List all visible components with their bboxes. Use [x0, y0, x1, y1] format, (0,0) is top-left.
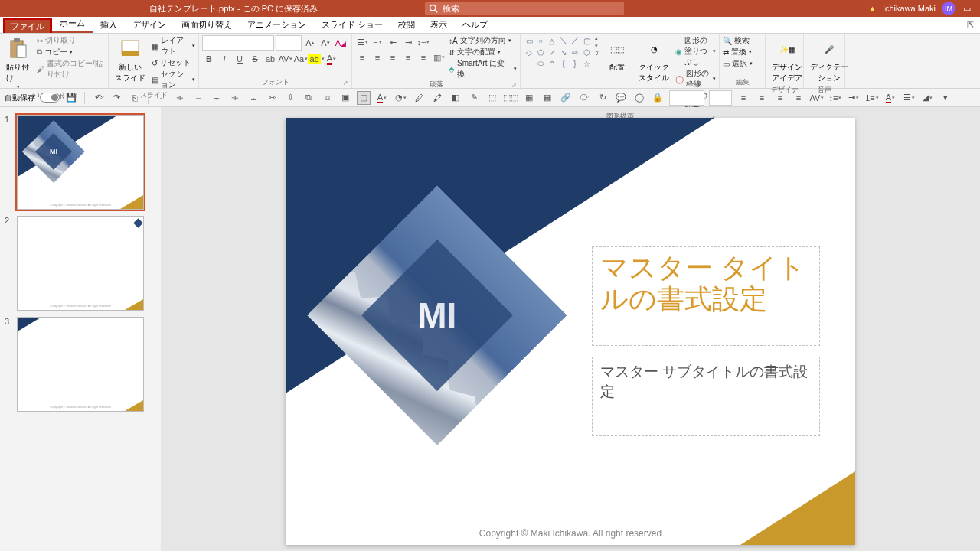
tab-animations[interactable]: アニメーション	[240, 17, 314, 33]
autosave-toggle[interactable]	[40, 93, 60, 103]
indent-qat[interactable]: ⇥	[847, 91, 861, 105]
design-ideas-button[interactable]: ✨▦デザイン アイデア	[769, 35, 805, 85]
align-center-button[interactable]: ≡	[371, 51, 384, 64]
bold-button[interactable]: B	[202, 52, 216, 66]
qat-b1[interactable]: ⬚	[485, 91, 499, 105]
send-back-qat[interactable]: ▢	[357, 91, 371, 105]
tab-design[interactable]: デザイン	[125, 17, 174, 33]
subtitle-placeholder[interactable]: マスター サブタイトルの書式設定	[592, 357, 820, 436]
table-qat[interactable]: ▦	[522, 91, 536, 105]
tab-home[interactable]: ホーム	[52, 15, 93, 33]
al2-qat[interactable]: ≡	[755, 91, 769, 105]
num-qat[interactable]: 1≡	[865, 91, 879, 105]
new-slide-button[interactable]: 新しい スライド	[112, 35, 149, 85]
color-qat[interactable]: A	[884, 91, 897, 105]
slide-editor[interactable]: MI マスター タイトルの書式設定 マスター サブタイトルの書式設定 Copyr…	[286, 118, 855, 545]
slide-canvas[interactable]: MI マスター タイトルの書式設定 マスター サブタイトルの書式設定 Copyr…	[161, 107, 980, 551]
link2-qat[interactable]: ⧂	[577, 91, 591, 105]
numbering-button[interactable]: ≡	[371, 35, 384, 49]
smartart-button[interactable]: ⬘SmartArt に変換▾	[449, 58, 517, 80]
align-middle-qat[interactable]: ⟛	[228, 91, 242, 105]
shape-outline-button[interactable]: ◯図形の枠線▾	[675, 68, 716, 90]
slide-thumbnail-2[interactable]: Copyright © Maki Ichikawa. All right res…	[17, 216, 144, 311]
combo-qat-1[interactable]	[669, 90, 704, 106]
qat-b2[interactable]: ⬚⬚	[504, 91, 518, 105]
overflow-qat[interactable]: ▾	[939, 91, 952, 105]
change-case-button[interactable]: Aa	[294, 52, 308, 66]
char-spacing-button[interactable]: AV	[279, 52, 292, 66]
launcher-icon[interactable]: ⤢	[100, 94, 105, 101]
style-qat[interactable]: ◢	[920, 91, 934, 105]
tab-file[interactable]: ファイル	[3, 18, 52, 33]
decrease-font-button[interactable]: A▾	[318, 36, 332, 50]
font-family-combo[interactable]	[202, 35, 274, 51]
quick-styles-button[interactable]: ◔クイック スタイル	[635, 35, 672, 85]
strike-button[interactable]: S	[248, 52, 262, 66]
align-top-qat[interactable]: ⫟	[210, 91, 224, 105]
justify-button[interactable]: ≡	[401, 51, 415, 64]
user-avatar[interactable]: IM	[942, 2, 956, 15]
group-qat[interactable]: ⧉	[302, 91, 315, 105]
title-placeholder[interactable]: マスター タイトルの書式設定	[592, 246, 820, 346]
shapes-gallery[interactable]: ▭○△＼／▢ ◇⬠↗↘⇨⬡ ⌒⬭⌃{}☆	[524, 35, 592, 69]
table2-qat[interactable]: ▦	[541, 91, 554, 105]
tab-review[interactable]: 校閲	[390, 17, 423, 33]
distribute-v-qat[interactable]: ⇳	[283, 91, 297, 105]
user-name[interactable]: Ichikawa Maki	[883, 4, 936, 13]
font-color-button[interactable]: A	[325, 52, 338, 66]
underline-button[interactable]: U	[233, 52, 247, 66]
increase-indent-button[interactable]: ⇥	[401, 35, 415, 49]
al1-qat[interactable]: ≡	[737, 91, 750, 105]
distribute-button[interactable]: ≡	[416, 51, 430, 64]
ungroup-qat[interactable]: ⧈	[320, 91, 334, 105]
ribbon-display-icon[interactable]: ▭	[962, 3, 972, 14]
align-right-button[interactable]: ≡	[386, 51, 400, 64]
align-bottom-qat[interactable]: ⫠	[247, 91, 260, 105]
circle-qat[interactable]: ◯	[632, 91, 646, 105]
launcher-icon[interactable]: ⤢	[511, 82, 517, 89]
eraser-qat[interactable]: ◧	[449, 91, 462, 105]
layout-button[interactable]: ▦レイアウト▾	[152, 35, 195, 57]
replace-button[interactable]: ⇄置換▾	[723, 47, 753, 57]
tab-slideshow[interactable]: スライド ショー	[314, 17, 390, 33]
highlighter-qat[interactable]: 🖍	[430, 91, 444, 105]
launcher-icon[interactable]: ⤢	[343, 80, 348, 86]
share-icon[interactable]: ⇱	[967, 20, 974, 30]
slide-thumbnail-3[interactable]: Copyright © Maki Ichikawa. All right res…	[17, 317, 144, 412]
lock-qat[interactable]: 🔒	[651, 91, 665, 105]
ink-qat[interactable]: ✎	[467, 91, 481, 105]
shape-fill-button[interactable]: ◉図形の塗りつぶし▾	[675, 35, 716, 67]
distribute-h-qat[interactable]: ⇿	[265, 91, 279, 105]
tab-view[interactable]: 表示	[423, 17, 455, 33]
tab-help[interactable]: ヘルプ	[455, 17, 495, 33]
more-qat[interactable]: ☰	[902, 91, 916, 105]
text-direction-button[interactable]: ↕A文字列の方向▾	[449, 35, 517, 46]
copy-button[interactable]: ⧉コピー▾	[37, 47, 105, 57]
comment-qat[interactable]: 💬	[614, 91, 628, 105]
slide-thumbnail-1[interactable]: MI Copyright © Maki Ichikawa. All right …	[17, 115, 144, 210]
tab-transitions[interactable]: 画面切り替え	[174, 17, 240, 33]
align-text-button[interactable]: ⇵文字の配置▾	[449, 47, 517, 57]
shadow-button[interactable]: ab	[263, 52, 277, 66]
italic-button[interactable]: I	[217, 52, 231, 66]
font-color-qat[interactable]: A	[375, 91, 389, 105]
tab-insert[interactable]: 挿入	[93, 17, 125, 33]
section-button[interactable]: ▤セクション▾	[152, 69, 195, 90]
increase-font-button[interactable]: A▴	[303, 36, 317, 50]
find-button[interactable]: 🔍検索	[723, 35, 753, 46]
bullets-button[interactable]: ☰	[355, 35, 369, 49]
refresh-qat[interactable]: ↻	[596, 91, 609, 105]
dictate-button[interactable]: 🎤ディクテー ション	[807, 35, 851, 85]
font-size-combo[interactable]	[276, 35, 302, 51]
fill-qat[interactable]: ◔	[394, 91, 407, 105]
decrease-indent-button[interactable]: ⇤	[386, 35, 400, 49]
line-spacing-button[interactable]: ↕≡	[416, 35, 430, 49]
columns-button[interactable]: ▥	[432, 51, 446, 64]
reset-button[interactable]: ↺リセット	[152, 57, 195, 68]
combo-qat-2[interactable]	[709, 90, 732, 106]
highlight-button[interactable]: ab	[309, 52, 323, 66]
clear-format-button[interactable]: A◢	[334, 36, 348, 50]
paste-button[interactable]: 貼り付け ▾	[3, 35, 34, 92]
align-left-button[interactable]: ≡	[355, 51, 369, 64]
select-button[interactable]: ▭選択▾	[723, 58, 753, 69]
